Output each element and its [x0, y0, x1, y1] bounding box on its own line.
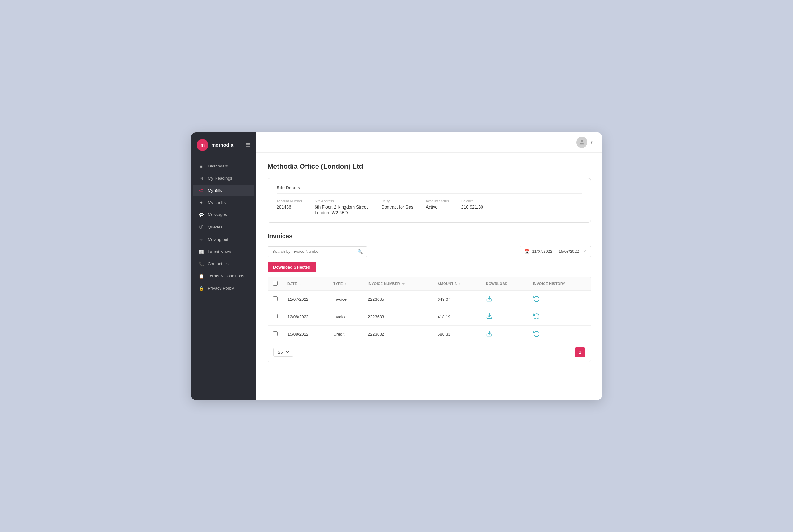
download-icon-0[interactable]	[486, 296, 493, 303]
sort-type-icon[interactable]: ↕	[345, 282, 346, 285]
row-checkbox-1[interactable]	[273, 314, 278, 319]
cell-date-0: 11/07/2022	[282, 290, 328, 308]
sort-date-icon[interactable]: ↕	[299, 282, 301, 285]
sidebar: m methodia ☰ ▣ Dashboard 🖹 My Readings 🏷…	[191, 132, 256, 400]
cell-type-1: Invoice	[328, 308, 363, 325]
table-row: 15/08/2022 Credit 2223682 580.31	[268, 325, 591, 343]
utility-detail: Utility Contract for Gas	[381, 199, 413, 215]
table-row: 12/08/2022 Invoice 2223683 418.19	[268, 308, 591, 325]
date-from: 11/07/2022	[532, 249, 552, 254]
col-date: DATE ↕	[282, 277, 328, 291]
row-checkbox-2[interactable]	[273, 331, 278, 336]
col-invoice-number: INVOICE NUMBER ⏷	[363, 277, 432, 291]
sidebar-item-queries[interactable]: ⓘ Queries	[193, 221, 255, 233]
help-icon: ⓘ	[198, 225, 204, 230]
sidebar-item-moving-out[interactable]: ➔ Moving out	[193, 234, 255, 246]
svg-point-0	[580, 140, 583, 142]
lock-icon: 🔒	[198, 286, 204, 291]
date-separator: -	[555, 249, 556, 254]
download-selected-button[interactable]: Download Selected	[268, 262, 316, 272]
table-footer: 25 50 100 1	[268, 343, 591, 362]
utility-label: Utility	[381, 199, 413, 203]
sort-amount-icon[interactable]: ↕	[459, 282, 460, 285]
cell-download-0[interactable]	[481, 290, 528, 308]
search-icon: 🔍	[357, 249, 363, 254]
main-content: ▼ Methodia Office (London) Ltd Site Deta…	[256, 132, 602, 400]
account-number-value: 201436	[277, 205, 291, 209]
sort-invoice-icon[interactable]: ⏷	[402, 282, 405, 285]
account-status-label: Account Status	[426, 199, 449, 203]
cell-history-0[interactable]	[528, 290, 591, 308]
cell-type-0: Invoice	[328, 290, 363, 308]
history-icon-1[interactable]	[533, 314, 540, 321]
cell-date-1: 12/08/2022	[282, 308, 328, 325]
cell-download-2[interactable]	[481, 325, 528, 343]
row-checkbox-0[interactable]	[273, 296, 278, 301]
user-dropdown-arrow[interactable]: ▼	[590, 140, 593, 144]
site-address-detail: Site Address 6th Floor, 2 Kingdom Street…	[315, 199, 369, 215]
sidebar-item-messages[interactable]: 💬 Messages	[193, 209, 255, 221]
sidebar-item-contact-us[interactable]: 📞 Contact Us	[193, 258, 255, 270]
account-number-detail: Account Number 201436	[277, 199, 302, 215]
search-box[interactable]: 🔍	[268, 246, 367, 257]
cell-amount-1: 418.19	[432, 308, 481, 325]
sidebar-item-my-tariffs[interactable]: ✦ My Tariffs	[193, 197, 255, 209]
per-page-select[interactable]: 25 50 100	[274, 348, 293, 357]
table-row: 11/07/2022 Invoice 2223685 649.07	[268, 290, 591, 308]
account-status-value: Active	[426, 205, 438, 209]
col-amount: AMOUNT £ ↕	[432, 277, 481, 291]
balance-label: Balance	[461, 199, 483, 203]
per-page-dropdown[interactable]: 25 50 100	[277, 349, 290, 355]
account-status-detail: Account Status Active	[426, 199, 449, 215]
file-text-icon: 🖹	[198, 176, 204, 181]
cell-amount-0: 649.07	[432, 290, 481, 308]
sidebar-item-privacy[interactable]: 🔒 Privacy Policy	[193, 282, 255, 294]
logo-icon: m	[197, 139, 208, 151]
logo-text: methodia	[211, 142, 234, 148]
site-details-card: Site Details Account Number 201436 Site …	[268, 178, 591, 223]
user-avatar[interactable]	[576, 137, 587, 148]
tag-icon: 🏷	[198, 188, 204, 193]
site-address-value: 6th Floor, 2 Kingdom Street, London, W2 …	[315, 205, 369, 215]
download-icon-2[interactable]	[486, 331, 493, 338]
invoices-controls: 🔍 📅 11/07/2022 - 15/08/2022 ×	[268, 246, 591, 257]
date-filter-clear[interactable]: ×	[584, 249, 586, 254]
search-input[interactable]	[272, 249, 357, 254]
sidebar-item-latest-news[interactable]: 📰 Latest News	[193, 246, 255, 258]
diamond-icon: ✦	[198, 200, 204, 205]
cell-date-2: 15/08/2022	[282, 325, 328, 343]
sidebar-item-my-bills[interactable]: 🏷 My Bills	[193, 185, 255, 196]
calendar-icon: 📅	[524, 249, 530, 254]
sidebar-logo: m methodia ☰	[191, 132, 256, 157]
phone-icon: 📞	[198, 262, 204, 266]
page-1-button[interactable]: 1	[575, 347, 585, 357]
top-bar: ▼	[256, 132, 602, 153]
sidebar-nav: ▣ Dashboard 🖹 My Readings 🏷 My Bills ✦ M…	[191, 157, 256, 400]
hamburger-icon[interactable]: ☰	[246, 141, 251, 149]
date-filter[interactable]: 📅 11/07/2022 - 15/08/2022 ×	[519, 246, 591, 257]
cell-amount-2: 580.31	[432, 325, 481, 343]
newspaper-icon: 📰	[198, 249, 204, 254]
col-type: TYPE ↕	[328, 277, 363, 291]
download-icon-1[interactable]	[486, 314, 493, 321]
invoices-table-wrapper: DATE ↕ TYPE ↕ INVOICE NUMBER ⏷	[268, 277, 591, 362]
cell-history-1[interactable]	[528, 308, 591, 325]
site-address-label: Site Address	[315, 199, 369, 203]
col-invoice-history: INVOICE HISTORY	[528, 277, 591, 291]
arrow-right-icon: ➔	[198, 237, 204, 242]
history-icon-2[interactable]	[533, 331, 540, 338]
cell-invoice-number-2: 2223682	[363, 325, 432, 343]
sidebar-item-my-readings[interactable]: 🖹 My Readings	[193, 172, 255, 184]
sidebar-item-terms[interactable]: 📋 Terms & Conditions	[193, 270, 255, 282]
history-icon-0[interactable]	[533, 296, 540, 303]
sidebar-item-dashboard[interactable]: ▣ Dashboard	[193, 160, 255, 172]
balance-value: £10,921.30	[461, 205, 483, 209]
col-download: DOWNLOAD	[481, 277, 528, 291]
cell-download-1[interactable]	[481, 308, 528, 325]
cell-history-2[interactable]	[528, 325, 591, 343]
utility-value: Contract for Gas	[381, 205, 413, 209]
select-all-checkbox[interactable]	[273, 281, 278, 286]
document-icon: 📋	[198, 273, 204, 279]
invoices-title: Invoices	[268, 232, 591, 240]
cell-type-2: Credit	[328, 325, 363, 343]
